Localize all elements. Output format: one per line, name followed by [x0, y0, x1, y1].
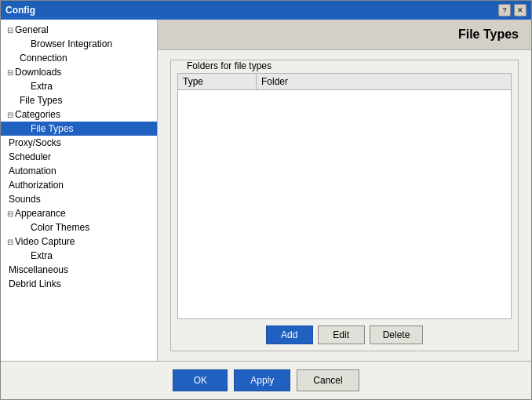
group-legend: Folders for file types	[184, 60, 512, 71]
ok-button[interactable]: OK	[173, 369, 228, 391]
sidebar-item-label: Automation	[9, 165, 56, 176]
sidebar-item-appearance[interactable]: ⊟Appearance	[1, 206, 157, 220]
apply-button[interactable]: Apply	[234, 369, 290, 391]
sidebar-item-general[interactable]: ⊟General	[1, 23, 157, 37]
expand-icon: ⊟	[7, 238, 13, 246]
sidebar-item-label: Video Capture	[15, 236, 75, 247]
sidebar-item-label: Categories	[15, 109, 60, 120]
sidebar-item-sounds[interactable]: Sounds	[1, 192, 157, 206]
sidebar-item-label: Proxy/Socks	[9, 137, 61, 148]
sidebar: ⊟GeneralBrowser IntegrationConnection⊟Do…	[1, 20, 158, 361]
sidebar-item-extra2[interactable]: Extra	[1, 249, 157, 263]
sidebar-item-color-themes[interactable]: Color Themes	[1, 220, 157, 235]
sidebar-item-label: Extra	[31, 81, 53, 92]
folders-group: Folders for file types Type Folder Add E…	[170, 60, 519, 351]
sidebar-item-miscellaneous[interactable]: Miscellaneous	[1, 263, 157, 277]
add-button[interactable]: Add	[266, 325, 313, 344]
main-content: ⊟GeneralBrowser IntegrationConnection⊟Do…	[1, 20, 531, 361]
sidebar-item-debrid-links[interactable]: Debrid Links	[1, 277, 157, 291]
expand-icon: ⊟	[7, 209, 13, 218]
sidebar-item-label: Miscellaneous	[9, 264, 68, 275]
sidebar-item-categories[interactable]: ⊟Categories	[1, 107, 157, 122]
sidebar-item-label: File Types	[31, 123, 73, 134]
sidebar-item-video-capture[interactable]: ⊟Video Capture	[1, 235, 157, 249]
sidebar-item-label: Debrid Links	[9, 278, 61, 289]
titlebar-controls: ? ✕	[498, 4, 527, 16]
footer: OK Apply Cancel	[1, 361, 531, 399]
sidebar-item-label: Color Themes	[31, 222, 89, 233]
panel-header: File Types	[158, 20, 531, 50]
sidebar-item-browser-integration[interactable]: Browser Integration	[1, 37, 157, 51]
sidebar-item-connection[interactable]: Connection	[1, 51, 157, 65]
expand-icon: ⊟	[7, 68, 13, 77]
sidebar-item-label: Connection	[20, 53, 67, 64]
sidebar-item-proxy-socks[interactable]: Proxy/Socks	[1, 136, 157, 150]
expand-icon: ⊟	[7, 26, 13, 35]
sidebar-item-label: Extra	[31, 250, 53, 261]
file-types-table: Type Folder	[177, 73, 512, 319]
sidebar-item-label: Authorization	[9, 180, 64, 191]
right-panel: File Types Folders for file types Type F…	[158, 20, 531, 361]
help-button[interactable]: ?	[498, 4, 511, 16]
window-title: Config	[5, 5, 35, 16]
sidebar-item-label: File Types	[20, 95, 62, 106]
panel-title: File Types	[458, 27, 519, 41]
table-header: Type Folder	[178, 74, 511, 90]
col-type-header: Type	[178, 74, 257, 89]
sidebar-item-automation[interactable]: Automation	[1, 164, 157, 178]
delete-button[interactable]: Delete	[370, 325, 424, 344]
sidebar-item-scheduler[interactable]: Scheduler	[1, 150, 157, 164]
sidebar-item-label: Browser Integration	[31, 38, 112, 49]
close-button[interactable]: ✕	[514, 4, 527, 16]
expand-icon: ⊟	[7, 111, 13, 119]
sidebar-item-file-types-selected[interactable]: File Types	[1, 122, 157, 136]
config-window: Config ? ✕ ⊟GeneralBrowser IntegrationCo…	[0, 0, 532, 400]
panel-body: Folders for file types Type Folder Add E…	[158, 50, 531, 361]
sidebar-item-file-types[interactable]: File Types	[1, 93, 157, 107]
sidebar-item-extra[interactable]: Extra	[1, 79, 157, 93]
col-folder-header: Folder	[257, 74, 511, 89]
edit-button[interactable]: Edit	[318, 325, 365, 344]
cancel-button[interactable]: Cancel	[297, 369, 359, 391]
sidebar-item-authorization[interactable]: Authorization	[1, 178, 157, 192]
sidebar-item-label: Scheduler	[9, 151, 51, 162]
table-body[interactable]	[178, 90, 511, 316]
titlebar: Config ? ✕	[1, 1, 531, 20]
sidebar-item-downloads[interactable]: ⊟Downloads	[1, 65, 157, 79]
sidebar-item-label: General	[15, 24, 49, 35]
sidebar-item-label: Sounds	[9, 194, 41, 205]
action-buttons: Add Edit Delete	[177, 325, 512, 344]
sidebar-item-label: Appearance	[15, 208, 66, 219]
sidebar-item-label: Downloads	[15, 67, 61, 78]
